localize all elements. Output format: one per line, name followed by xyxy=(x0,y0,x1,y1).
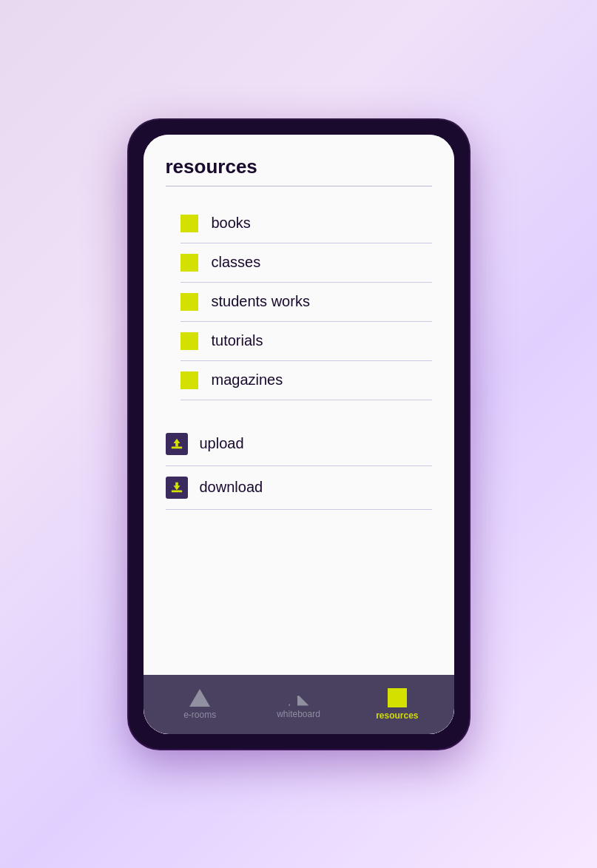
whiteboard-tab-label: whiteboard xyxy=(277,709,320,719)
action-item-download[interactable]: download xyxy=(166,466,432,510)
erooms-tab-icon xyxy=(189,689,210,707)
books-label: books xyxy=(212,215,251,232)
magazines-icon xyxy=(181,371,198,389)
menu-item-tutorials[interactable]: tutorials xyxy=(181,322,432,361)
svg-rect-2 xyxy=(171,490,181,492)
erooms-tab-label: e-rooms xyxy=(183,710,216,720)
resources-tab-label: resources xyxy=(376,710,418,721)
menu-item-classes[interactable]: classes xyxy=(181,243,432,283)
download-icon xyxy=(166,477,188,499)
svg-marker-1 xyxy=(173,438,180,446)
tutorials-label: tutorials xyxy=(212,332,263,349)
phone-frame: resources books classes students works xyxy=(129,120,469,749)
tab-bar: e-rooms whiteboard resources xyxy=(144,675,454,734)
menu-item-magazines[interactable]: magazines xyxy=(181,361,432,400)
download-label: download xyxy=(200,479,263,496)
whiteboard-tab-icon xyxy=(288,690,308,706)
books-icon xyxy=(181,215,198,232)
students-works-icon xyxy=(181,293,198,311)
phone-screen-container: resources books classes students works xyxy=(144,135,454,734)
screen: resources books classes students works xyxy=(144,135,454,734)
tab-erooms[interactable]: e-rooms xyxy=(151,689,249,720)
classes-label: classes xyxy=(212,254,261,271)
tutorials-icon xyxy=(181,332,198,350)
tab-whiteboard[interactable]: whiteboard xyxy=(249,690,348,719)
menu-item-students-works[interactable]: students works xyxy=(181,283,432,322)
upload-label: upload xyxy=(200,435,244,452)
classes-icon xyxy=(181,254,198,272)
magazines-label: magazines xyxy=(212,371,283,388)
tab-resources[interactable]: resources xyxy=(348,688,446,721)
resources-tab-icon xyxy=(388,688,407,707)
action-list: upload download xyxy=(166,423,432,510)
svg-rect-0 xyxy=(171,446,181,448)
upload-icon xyxy=(166,433,188,455)
menu-item-books[interactable]: books xyxy=(181,204,432,243)
students-works-label: students works xyxy=(212,293,310,310)
resource-menu-list: books classes students works tutorials xyxy=(181,204,432,400)
svg-marker-3 xyxy=(173,482,180,490)
action-item-upload[interactable]: upload xyxy=(166,423,432,466)
screen-content: resources books classes students works xyxy=(144,135,454,675)
title-divider xyxy=(166,186,432,186)
page-title: resources xyxy=(166,155,432,178)
